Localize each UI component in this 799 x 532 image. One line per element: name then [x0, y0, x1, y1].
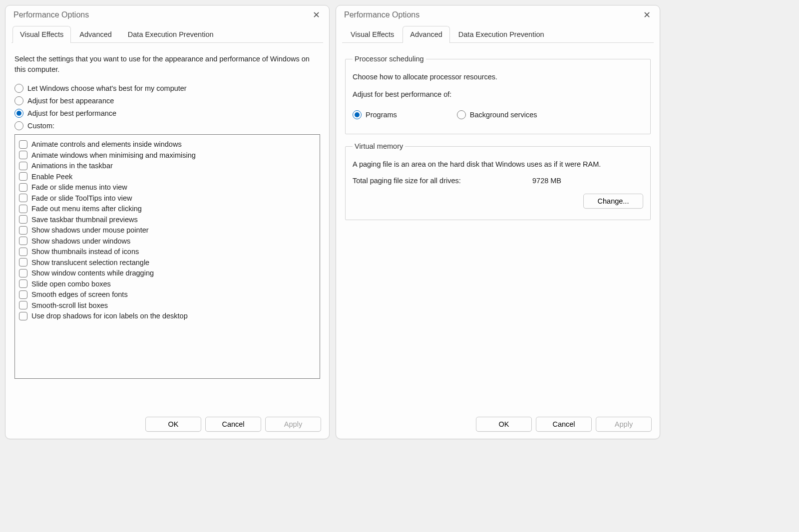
- apply-button[interactable]: Apply: [596, 417, 652, 432]
- effects-listbox: Animate controls and elements inside win…: [14, 134, 320, 379]
- radio-background[interactable]: [457, 110, 466, 119]
- effect-checkbox[interactable]: [19, 205, 27, 213]
- cancel-button[interactable]: Cancel: [205, 417, 261, 432]
- radio-programs-label: Programs: [366, 111, 397, 119]
- effect-checkbox[interactable]: [19, 172, 27, 181]
- radio-best-performance[interactable]: [14, 109, 23, 118]
- visual-effects-intro: Select the settings that you want to use…: [14, 54, 320, 75]
- radio-custom[interactable]: [14, 121, 23, 130]
- effect-label: Animations in the taskbar: [31, 162, 113, 170]
- radio-auto-row[interactable]: Let Windows choose what's best for my co…: [14, 84, 320, 93]
- paging-total-label: Total paging file size for all drives:: [353, 177, 532, 185]
- effect-checkbox[interactable]: [19, 312, 27, 320]
- titlebar: Performance Options ✕: [5, 5, 329, 22]
- tab-advanced[interactable]: Advanced: [72, 26, 119, 43]
- tab-strip: Visual Effects Advanced Data Execution P…: [342, 25, 654, 43]
- effect-row[interactable]: Fade out menu items after clicking: [19, 205, 316, 213]
- effect-row[interactable]: Fade or slide menus into view: [19, 183, 316, 192]
- tab-visual-effects[interactable]: Visual Effects: [343, 26, 401, 43]
- tab-dep[interactable]: Data Execution Prevention: [451, 26, 552, 43]
- effect-label: Save taskbar thumbnail previews: [31, 216, 138, 224]
- effect-label: Show thumbnails instead of icons: [31, 248, 139, 256]
- dialog-buttons: OK Cancel Apply: [5, 413, 329, 439]
- tab-content-advanced: Processor scheduling Choose how to alloc…: [336, 43, 660, 413]
- effect-row[interactable]: Enable Peek: [19, 172, 316, 181]
- close-icon[interactable]: ✕: [640, 10, 654, 19]
- effect-row[interactable]: Show shadows under windows: [19, 237, 316, 245]
- effect-checkbox[interactable]: [19, 279, 27, 288]
- effect-checkbox[interactable]: [19, 290, 27, 299]
- effect-row[interactable]: Save taskbar thumbnail previews: [19, 215, 316, 224]
- apply-button[interactable]: Apply: [265, 417, 321, 432]
- virtual-memory-group: Virtual memory A paging file is an area …: [345, 142, 651, 220]
- effect-row[interactable]: Animate windows when minimising and maxi…: [19, 151, 316, 159]
- effect-row[interactable]: Use drop shadows for icon labels on the …: [19, 312, 316, 320]
- effect-label: Smooth edges of screen fonts: [31, 290, 128, 298]
- ok-button[interactable]: OK: [145, 417, 201, 432]
- effect-checkbox[interactable]: [19, 248, 27, 256]
- radio-best-appearance-label: Adjust for best appearance: [27, 97, 114, 105]
- radio-best-performance-row[interactable]: Adjust for best performance: [14, 109, 320, 118]
- radio-best-appearance-row[interactable]: Adjust for best appearance: [14, 96, 320, 105]
- effect-label: Fade or slide ToolTips into view: [31, 194, 132, 202]
- titlebar: Performance Options ✕: [336, 5, 660, 22]
- effect-label: Fade or slide menus into view: [31, 183, 127, 191]
- effect-row[interactable]: Fade or slide ToolTips into view: [19, 194, 316, 202]
- effect-checkbox[interactable]: [19, 258, 27, 266]
- radio-auto[interactable]: [14, 84, 23, 93]
- effect-row[interactable]: Show translucent selection rectangle: [19, 258, 316, 266]
- effect-label: Fade out menu items after clicking: [31, 205, 142, 213]
- effect-row[interactable]: Show shadows under mouse pointer: [19, 226, 316, 235]
- close-icon[interactable]: ✕: [309, 10, 323, 19]
- paging-total-value: 9728 MB: [532, 177, 561, 185]
- ok-button[interactable]: OK: [476, 417, 532, 432]
- effect-label: Smooth-scroll list boxes: [31, 301, 108, 309]
- radio-programs-row[interactable]: Programs: [353, 110, 397, 119]
- effect-row[interactable]: Smooth edges of screen fonts: [19, 290, 316, 299]
- tab-visual-effects[interactable]: Visual Effects: [12, 26, 71, 43]
- performance-options-dialog-visual-effects: Performance Options ✕ Visual Effects Adv…: [5, 5, 330, 439]
- effect-checkbox[interactable]: [19, 269, 27, 277]
- effect-checkbox[interactable]: [19, 162, 27, 170]
- processor-scheduling-desc: Choose how to allocate processor resourc…: [353, 72, 643, 82]
- processor-scheduling-legend: Processor scheduling: [353, 55, 426, 63]
- radio-auto-label: Let Windows choose what's best for my co…: [27, 84, 187, 92]
- effect-checkbox[interactable]: [19, 194, 27, 202]
- effect-label: Show shadows under windows: [31, 237, 130, 245]
- radio-best-performance-label: Adjust for best performance: [27, 109, 116, 117]
- dialog-title: Performance Options: [13, 10, 89, 19]
- radio-background-label: Background services: [470, 111, 537, 119]
- effect-checkbox[interactable]: [19, 151, 27, 159]
- effect-checkbox[interactable]: [19, 140, 27, 149]
- effect-label: Show translucent selection rectangle: [31, 259, 149, 266]
- effect-label: Enable Peek: [31, 173, 72, 181]
- effect-checkbox[interactable]: [19, 237, 27, 245]
- radio-custom-row[interactable]: Custom:: [14, 121, 320, 130]
- dialog-title: Performance Options: [344, 10, 419, 19]
- effect-checkbox[interactable]: [19, 215, 27, 224]
- radio-programs[interactable]: [353, 110, 362, 119]
- effect-row[interactable]: Smooth-scroll list boxes: [19, 301, 316, 309]
- radio-background-row[interactable]: Background services: [457, 110, 537, 119]
- effect-row[interactable]: Slide open combo boxes: [19, 279, 316, 288]
- effect-label: Use drop shadows for icon labels on the …: [31, 312, 188, 320]
- radio-best-appearance[interactable]: [14, 96, 23, 105]
- effect-label: Animate windows when minimising and maxi…: [31, 151, 196, 159]
- virtual-memory-legend: Virtual memory: [353, 142, 405, 150]
- effect-row[interactable]: Animate controls and elements inside win…: [19, 140, 316, 149]
- radio-custom-label: Custom:: [27, 122, 54, 130]
- effect-checkbox[interactable]: [19, 226, 27, 235]
- effect-row[interactable]: Animations in the taskbar: [19, 162, 316, 170]
- processor-scheduling-group: Processor scheduling Choose how to alloc…: [345, 55, 651, 134]
- change-button[interactable]: Change...: [583, 194, 643, 209]
- dialog-buttons: OK Cancel Apply: [336, 413, 660, 439]
- effect-row[interactable]: Show window contents while dragging: [19, 269, 316, 277]
- effect-row[interactable]: Show thumbnails instead of icons: [19, 248, 316, 256]
- virtual-memory-desc: A paging file is an area on the hard dis…: [353, 159, 643, 170]
- cancel-button[interactable]: Cancel: [536, 417, 592, 432]
- tab-dep[interactable]: Data Execution Prevention: [120, 26, 221, 43]
- effect-checkbox[interactable]: [19, 183, 27, 192]
- tab-advanced[interactable]: Advanced: [402, 26, 450, 43]
- effect-label: Slide open combo boxes: [31, 280, 111, 288]
- effect-checkbox[interactable]: [19, 301, 27, 309]
